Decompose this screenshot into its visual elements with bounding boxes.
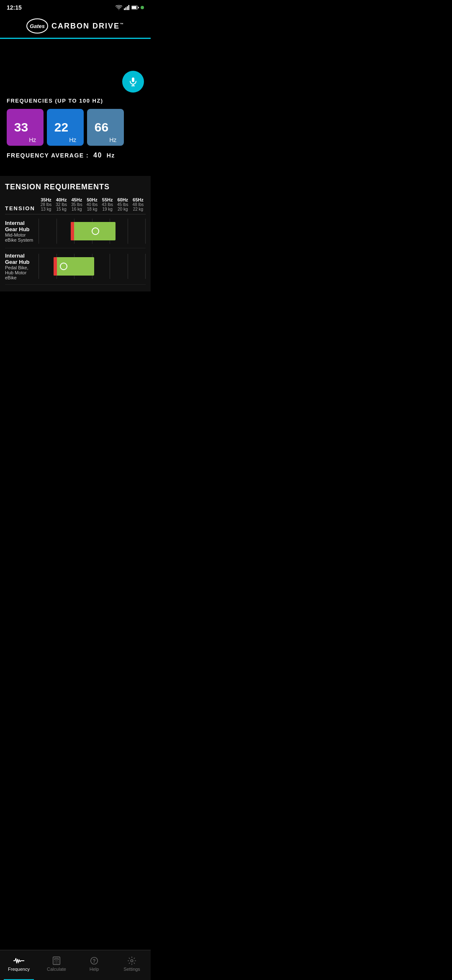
grid-line	[56, 219, 57, 244]
frequencies-label: FREQUENCIES (UP TO 100 HZ)	[7, 98, 144, 104]
freq-value-2: 66	[95, 120, 108, 134]
signal-icon	[124, 5, 130, 10]
mic-button[interactable]	[122, 71, 144, 93]
tension-green-bar-1	[54, 257, 94, 276]
col-kg-2: 16 kg	[72, 207, 82, 211]
tension-section: TENSION REQUIREMENTS TENSION 35Hz 28 lbs…	[0, 176, 151, 291]
col-lbs-4: 43 lbs	[102, 202, 113, 207]
chart-title-1: Internal Gear Hub	[5, 253, 39, 265]
col-lbs-6: 48 lbs	[133, 202, 144, 207]
col-kg-6: 22 kg	[133, 207, 143, 211]
frequency-tiles: 33 Hz 22 Hz 66 Hz	[7, 109, 144, 146]
chart-bar-area-0	[39, 219, 146, 244]
main-content: FREQUENCIES (UP TO 100 HZ) 33 Hz 22 Hz 6…	[0, 39, 151, 168]
mic-row	[7, 46, 144, 93]
red-end-1	[54, 257, 57, 276]
grid-line	[39, 219, 39, 244]
col-hz-2: 45Hz	[71, 197, 82, 202]
grid-line	[145, 254, 146, 279]
col-lbs-1: 32 lbs	[56, 202, 67, 207]
col-hz-4: 55Hz	[102, 197, 113, 202]
status-time: 12:15	[7, 4, 22, 11]
red-end-0	[71, 222, 74, 240]
freq-unit-1: Hz	[69, 137, 76, 143]
freq-value-1: 22	[54, 120, 68, 134]
bar-indicator-1	[60, 263, 67, 270]
chart-subtitle-1: Pedal Bike,Hub Motor eBike	[5, 265, 39, 280]
freq-unit-0: Hz	[29, 137, 36, 143]
svg-point-7	[141, 6, 144, 9]
microphone-icon	[128, 77, 138, 87]
battery-icon	[131, 5, 139, 10]
status-bar: 12:15	[0, 0, 151, 13]
chart-title-0: Internal Gear Hub	[5, 220, 39, 232]
brand-name: CARBON DRIVE™	[51, 22, 124, 31]
avg-value: 40	[93, 152, 102, 159]
col-kg-4: 19 kg	[102, 207, 112, 211]
tension-title: TENSION REQUIREMENTS	[5, 183, 146, 191]
chart-label-1: Internal Gear Hub Pedal Bike,Hub Motor e…	[5, 253, 39, 280]
logo-container: Gates CARBON DRIVE™	[26, 18, 124, 34]
chart-bar-area-1	[39, 254, 146, 279]
tension-green-bar-0	[71, 222, 116, 240]
col-hz-6: 65Hz	[133, 197, 144, 202]
tension-col-2: 45Hz 35 lbs 16 kg	[69, 197, 84, 211]
svg-rect-8	[132, 77, 134, 82]
status-icons	[116, 5, 144, 10]
col-hz-5: 60Hz	[117, 197, 128, 202]
frequency-average: FREQUENCY AVERAGE : 40 Hz	[7, 152, 144, 159]
grid-line	[145, 219, 146, 244]
grid-line	[128, 254, 128, 279]
freq-unit-2: Hz	[109, 137, 116, 143]
col-hz-3: 50Hz	[87, 197, 98, 202]
col-kg-1: 15 kg	[56, 207, 66, 211]
tension-col-0: 35Hz 28 lbs 13 kg	[39, 197, 54, 211]
tension-header-label: TENSION	[5, 205, 39, 211]
bar-indicator-0	[92, 227, 99, 235]
svg-rect-3	[128, 5, 130, 10]
tension-col-4: 55Hz 43 lbs 19 kg	[100, 197, 115, 211]
tension-columns: 35Hz 28 lbs 13 kg 40Hz 32 lbs 15 kg 45Hz…	[39, 197, 146, 211]
col-hz-0: 35Hz	[41, 197, 51, 202]
col-kg-0: 13 kg	[41, 207, 51, 211]
freq-tile-2: 66 Hz	[87, 109, 124, 146]
col-kg-3: 18 kg	[87, 207, 97, 211]
col-lbs-3: 40 lbs	[87, 202, 98, 207]
svg-rect-1	[126, 8, 127, 10]
tension-col-6: 65Hz 48 lbs 22 kg	[131, 197, 146, 211]
chart-label-0: Internal Gear Hub Mid-Motor eBike System	[5, 220, 39, 242]
chart-row-0: Internal Gear Hub Mid-Motor eBike System	[5, 214, 146, 248]
tension-chart-area: Internal Gear Hub Mid-Motor eBike System	[5, 214, 146, 285]
freq-tile-0: 33 Hz	[7, 109, 44, 146]
tension-header-row: TENSION 35Hz 28 lbs 13 kg 40Hz 32 lbs 15…	[5, 197, 146, 214]
app-header: Gates CARBON DRIVE™	[0, 13, 151, 38]
gates-logo-text: Gates	[30, 23, 45, 29]
freq-value-0: 33	[14, 120, 28, 134]
svg-rect-5	[132, 6, 136, 9]
col-hz-1: 40Hz	[56, 197, 67, 202]
grid-line	[128, 219, 128, 244]
freq-tile-1: 22 Hz	[47, 109, 84, 146]
gates-oval-logo: Gates	[26, 18, 48, 34]
frequencies-section: FREQUENCIES (UP TO 100 HZ) 33 Hz 22 Hz 6…	[7, 98, 144, 159]
col-lbs-5: 45 lbs	[117, 202, 128, 207]
svg-rect-0	[124, 8, 125, 10]
tension-col-1: 40Hz 32 lbs 15 kg	[54, 197, 69, 211]
chart-subtitle-0: Mid-Motor eBike System	[5, 232, 39, 242]
col-lbs-0: 28 lbs	[41, 202, 52, 207]
col-kg-5: 20 kg	[118, 207, 128, 211]
grid-line	[110, 254, 110, 279]
chart-row-1: Internal Gear Hub Pedal Bike,Hub Motor e…	[5, 248, 146, 285]
grid-line	[39, 254, 39, 279]
svg-rect-2	[127, 6, 128, 10]
active-dot	[141, 6, 144, 9]
tension-col-3: 50Hz 40 lbs 18 kg	[85, 197, 100, 211]
svg-rect-6	[138, 7, 139, 8]
tension-col-5: 60Hz 45 lbs 20 kg	[115, 197, 130, 211]
col-lbs-2: 35 lbs	[71, 202, 82, 207]
wifi-icon	[116, 5, 122, 10]
